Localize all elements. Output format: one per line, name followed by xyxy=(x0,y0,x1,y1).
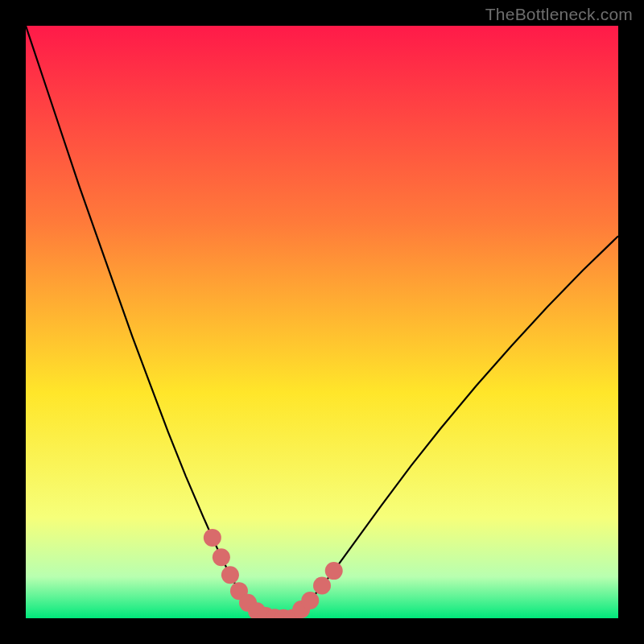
bottleneck-chart-svg xyxy=(26,26,618,618)
chart-frame: TheBottleneck.com xyxy=(0,0,644,644)
curve-marker xyxy=(313,577,331,595)
watermark-text: TheBottleneck.com xyxy=(485,5,633,24)
plot-area xyxy=(26,26,618,618)
curve-marker xyxy=(325,562,343,580)
curve-marker xyxy=(213,548,230,566)
curve-marker xyxy=(204,529,221,547)
curve-marker xyxy=(221,566,239,584)
gradient-background xyxy=(26,26,618,618)
curve-marker xyxy=(301,592,319,609)
